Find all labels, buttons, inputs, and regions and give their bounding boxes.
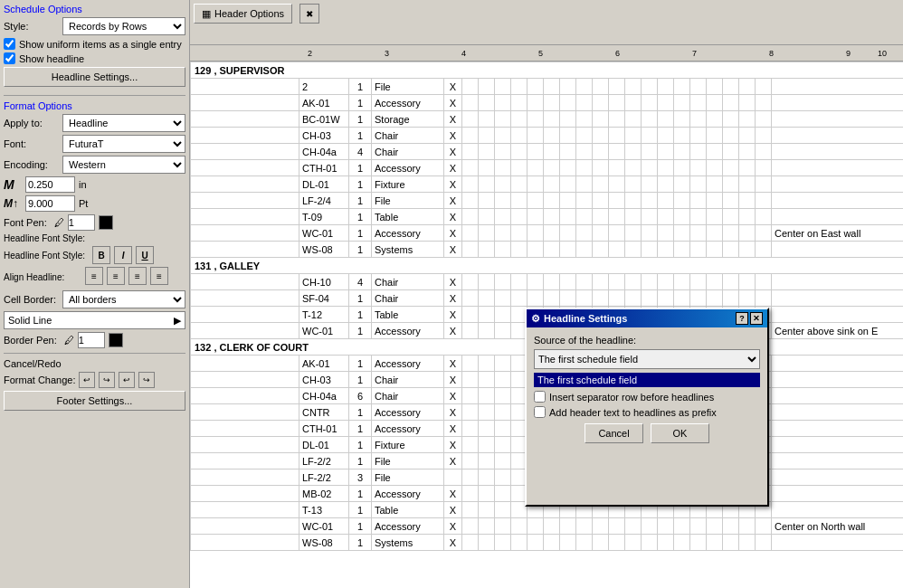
- dialog-help-btn[interactable]: ?: [736, 312, 748, 325]
- cancel-button[interactable]: Cancel: [585, 423, 643, 443]
- left-panel: Schedule Options Style: Records by Rows …: [0, 0, 190, 588]
- qty-cell: 1: [349, 518, 372, 535]
- table-row[interactable]: LF-2/41FileX: [191, 193, 904, 209]
- code-cell: CNTR: [299, 404, 349, 421]
- footer-settings-button[interactable]: Footer Settings...: [4, 391, 185, 411]
- table-row[interactable]: CH-031ChairX: [191, 128, 904, 144]
- type-cell: Accessory: [372, 486, 444, 502]
- size1-input[interactable]: 0.250: [25, 176, 75, 193]
- underline-button[interactable]: U: [136, 246, 154, 264]
- type-cell: Accessory: [372, 225, 444, 242]
- align-left-btn[interactable]: ≡: [85, 267, 103, 285]
- type-cell: Chair: [372, 290, 444, 307]
- selected-dropdown-item[interactable]: The first schedule field: [534, 373, 760, 387]
- dialog-close-btn[interactable]: ✕: [750, 312, 763, 325]
- redo2-btn[interactable]: ↪: [138, 372, 155, 388]
- x-cell: X: [444, 518, 462, 535]
- source-select[interactable]: The first schedule field: [534, 349, 760, 369]
- table-row[interactable]: BC-01W1StorageX: [191, 111, 904, 128]
- pen2-input[interactable]: [78, 332, 105, 348]
- uniform-items-checkbox[interactable]: [4, 38, 15, 50]
- redo-btn[interactable]: ↪: [99, 372, 115, 388]
- code-cell: BC-01W: [299, 111, 349, 128]
- code-cell: CH-03: [299, 372, 349, 388]
- show-headline-checkbox[interactable]: [4, 52, 15, 64]
- headline-settings-button[interactable]: Headline Settings...: [4, 67, 185, 87]
- cell-border-select[interactable]: All borders: [62, 290, 185, 308]
- type-cell: Fixture: [372, 176, 444, 193]
- type-cell: Table: [372, 307, 444, 323]
- x-cell: X: [444, 290, 462, 307]
- format-options-section: Format Options Apply to: Headline Font: …: [4, 100, 185, 414]
- table-row[interactable]: WS-081SystemsX: [191, 535, 904, 551]
- undo2-btn[interactable]: ↩: [119, 372, 135, 388]
- code-cell: LF-2/4: [299, 193, 349, 209]
- table-row[interactable]: CH-04a4ChairX: [191, 144, 904, 160]
- encoding-select[interactable]: Western: [62, 156, 185, 174]
- cancel-redo-label: Cancel/Redo: [4, 358, 62, 369]
- table-row[interactable]: WC-011AccessoryXCenter on North wall: [191, 518, 904, 535]
- qty-cell: 1: [349, 307, 372, 323]
- qty-cell: 1: [349, 421, 372, 437]
- table-row[interactable]: T-091TableX: [191, 209, 904, 225]
- undo-btn[interactable]: ↩: [79, 372, 95, 388]
- font-select[interactable]: FuturaT: [62, 135, 185, 153]
- align-right-btn[interactable]: ≡: [128, 267, 147, 285]
- solid-line-arrow[interactable]: ▶: [174, 315, 181, 327]
- code-cell: CH-04a: [299, 388, 349, 404]
- qty-cell: 1: [349, 111, 372, 128]
- align-center-btn[interactable]: ≡: [107, 267, 125, 285]
- italic-button[interactable]: I: [114, 246, 132, 264]
- x-cell: X: [444, 388, 462, 404]
- pen2-black-btn[interactable]: [109, 333, 123, 347]
- table-row[interactable]: SF-041ChairX: [191, 290, 904, 307]
- align-justify-btn[interactable]: ≡: [150, 267, 168, 285]
- schedule-options-section: Schedule Options Style: Records by Rows …: [4, 4, 185, 90]
- code-cell: T-12: [299, 307, 349, 323]
- code-cell: T-13: [299, 502, 349, 518]
- pen1-input[interactable]: [68, 214, 95, 231]
- headline-font-style-text: Headline Font Style:: [4, 251, 85, 261]
- header-options-button[interactable]: ▦ Header Options: [194, 4, 292, 24]
- table-row[interactable]: CH-104ChairX: [191, 274, 904, 290]
- code-cell: LF-2/2: [299, 453, 349, 469]
- style-select[interactable]: Records by Rows Records by Columns: [62, 17, 185, 35]
- note-cell: [772, 242, 904, 258]
- code-cell: WC-01: [299, 518, 349, 535]
- toolbar-extra-btn[interactable]: ✖: [299, 4, 319, 24]
- note-cell: Center on North wall: [772, 518, 904, 535]
- table-row[interactable]: WC-011AccessoryXCenter on East wall: [191, 225, 904, 242]
- align-headline-label: Align Headline:: [4, 272, 85, 282]
- table-row[interactable]: CTH-011AccessoryX: [191, 160, 904, 176]
- add-header-text-label: Add header text to headlines as prefix: [549, 407, 717, 418]
- add-header-text-checkbox[interactable]: [534, 406, 546, 418]
- note-cell: [772, 128, 904, 144]
- size2-input[interactable]: 9.000: [25, 195, 75, 212]
- pen1-black-btn[interactable]: [99, 215, 113, 230]
- x-cell: X: [444, 144, 462, 160]
- note-cell: Center above sink on E: [772, 323, 904, 339]
- bold-button[interactable]: B: [92, 246, 110, 264]
- apply-to-select[interactable]: Headline: [62, 114, 185, 132]
- table-row[interactable]: 21FileX: [191, 79, 904, 95]
- type-cell: Accessory: [372, 323, 444, 339]
- note-cell: [772, 176, 904, 193]
- code-cell: CH-04a: [299, 144, 349, 160]
- x-cell: X: [444, 160, 462, 176]
- table-row[interactable]: AK-011AccessoryX: [191, 95, 904, 111]
- code-cell: 2: [299, 79, 349, 95]
- pen2-icon: 🖊: [64, 335, 74, 346]
- insert-separator-checkbox[interactable]: [534, 391, 546, 403]
- table-row[interactable]: DL-011FixtureX: [191, 176, 904, 193]
- x-cell: X: [444, 437, 462, 453]
- font-pen-label: Font Pen:: [4, 217, 47, 228]
- schedule-options-title[interactable]: Schedule Options: [4, 4, 185, 14]
- format-options-title[interactable]: Format Options: [4, 100, 185, 111]
- qty-cell: 1: [349, 95, 372, 111]
- ok-button[interactable]: OK: [651, 423, 709, 443]
- font-label: Font:: [4, 138, 62, 149]
- x-cell: X: [444, 242, 462, 258]
- type-cell: Chair: [372, 128, 444, 144]
- table-row[interactable]: WS-081SystemsX: [191, 242, 904, 258]
- qty-cell: 6: [349, 388, 372, 404]
